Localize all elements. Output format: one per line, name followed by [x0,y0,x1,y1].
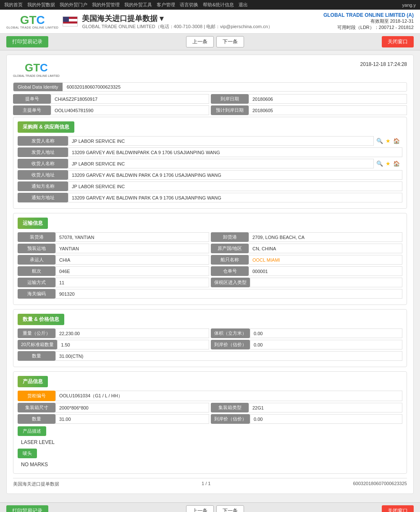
nav-trade-data[interactable]: 我的外贸数据 [27,2,55,7]
shipper-star-icon[interactable]: ★ [385,138,391,144]
master-bill-value: OOLU4045781590 [51,105,209,115]
teu20-label: 20尺标准箱数量 [18,340,57,349]
est-arrival-field: 预计到岸日期 20180605 [211,105,407,115]
logo: GTC GLOBAL TRADE ONLINE LIMITED [6,14,58,29]
prev-button-top[interactable]: 上一条 [186,36,214,47]
print-button-top[interactable]: 打印贸易记录 [6,36,48,47]
weight-row: 重量（公斤） 22,230.00 体积（立方米） 0.00 [18,328,402,338]
nav-language[interactable]: 语言切换 [180,2,198,7]
top-nav-user: yang.y [402,3,416,8]
notify-addr-field: 通知方地址 13209 GARVEY AVE BALDWIN PARK CA 9… [18,193,402,202]
nav-logout[interactable]: 退出 [239,2,248,7]
shipper-search-icon[interactable]: 🔍 [376,138,383,144]
shipper-icons: 🔍 ★ 🏠 [374,136,402,146]
arrival-date-label: 到岸日期 [211,94,249,104]
product-arrival-price-label: 到岸价（估价） [211,414,250,424]
consignee-name-value: JP LABOR SERVICE INC [68,159,374,168]
transport-mode-value: 11 [55,278,209,287]
shipper-name-value: JP LABOR SERVICE INC [68,136,374,146]
header-right: GLOBAL TRADE ONLINE LIMITED (A) 有效期至 201… [323,12,414,31]
page-title-text: 美国海关进口提单数据 [82,13,158,24]
close-button-top[interactable]: 关闭窗口 [382,36,414,47]
product-qty-row: 数量 31.00 到岸价（估价） 0.00 [18,414,402,424]
doc-logo-c: C [40,61,48,74]
customs-code-field: 海关编码 901320 [18,289,402,299]
bill-no-field: 提单号 CHIASZ2F18050917 [13,94,209,104]
voyage-row: 航次 046E 仓单号 000001 [18,266,402,276]
consignee-search-icon[interactable]: 🔍 [376,160,383,167]
doc-logo-t: T [33,61,40,74]
logo-g: G [20,13,29,26]
transport-mode-row: 运输方式 11 保税区进入类型 [18,278,402,287]
nav-help[interactable]: 帮助&统计信息 [203,2,234,7]
doc-footer-source: 美国海关进口提单数据 [13,481,59,487]
notify-name-label: 通知方名称 [18,181,68,191]
dest-port-value: 2709, LONG BEACH, CA [249,232,402,242]
qty-price-section: 数量 & 价格信息 重量（公斤） 22,230.00 体积（立方米） 0.00 … [13,309,407,367]
container-no-label: 货柜编号 [18,391,55,401]
quantity-field: 数量 31.00(CTN) [18,351,402,361]
consignee-addr-value: 13209 GARVEY AVE BALDWIN PARK CA 9 1706 … [68,170,402,180]
nav-customers[interactable]: 客户管理 [157,2,175,7]
warehouse-value: 000001 [249,266,402,276]
doc-logo-g: G [25,61,33,74]
doc-footer-page: 1 / 1 [202,481,210,487]
vessel-label: 船只名称 [211,255,249,265]
product-arrival-price-field: 到岸价（估价） 0.00 [211,414,402,424]
volume-value: 0.00 [250,328,402,338]
origin-country-label: 原产国/地区 [211,244,249,253]
consignee-icons: 🔍 ★ 🏠 [374,159,402,168]
quantity-value: 31.00(CTN) [55,351,402,361]
ldr: 可用时段（LDR）：200712 - 201812 [323,24,414,31]
prev-button-bottom[interactable]: 上一条 [186,505,214,512]
company-name: GLOBAL TRADE ONLINE LIMITED (A) [323,12,414,18]
consignee-star-icon[interactable]: ★ [385,160,391,167]
nav-portal[interactable]: 我的外贸门户 [60,2,87,7]
validity: 有效期至 2018-12-31 [323,18,414,24]
product-qty-value: 31.00 [55,414,209,424]
buyer-supplier-header: 采购商 & 供应商信息 [18,121,74,133]
marks-value: NO MARKS [18,460,402,469]
container-no-field: 货柜编号 OOLU1061034（G1 / L / HH） [18,391,402,401]
master-bill-label: 主提单号 [13,105,51,115]
est-arrival-value: 20180605 [249,105,407,115]
nav-management[interactable]: 我的外贸管理 [92,2,120,7]
next-button-top[interactable]: 下一条 [216,36,244,47]
volume-field: 体积（立方米） 0.00 [211,328,402,338]
bill-no-label: 提单号 [13,94,51,104]
next-button-bottom[interactable]: 下一条 [216,505,244,512]
nav-tools[interactable]: 我的外贸工具 [124,2,152,7]
carrier-label: 承运人 [18,255,55,265]
product-desc-label: 产品描述 [18,426,46,436]
transport-header: 运输信息 [18,218,48,229]
master-bill-field: 主提单号 OOLU4045781590 [13,105,209,115]
pre-load-value: YANTIAN [55,244,209,253]
pre-load-field: 预装运地 YANTIAN [18,244,209,253]
product-qty-field: 数量 31.00 [18,414,209,424]
vessel-value: OOCL MIAMI [249,255,402,265]
doc-logo: GTC GLOBAL TRADE ONLINE LIMITED [13,61,60,77]
consignee-home-icon[interactable]: 🏠 [393,160,400,167]
nav-home[interactable]: 我的首页 [4,2,23,7]
bottom-action-bar: 打印贸易记录 上一条 下一条 关闭窗口 [0,502,420,512]
flag [63,16,78,26]
doc-header: GTC GLOBAL TRADE ONLINE LIMITED 2018-12-… [13,61,407,77]
arrival-price-label: 到岸价（估价） [211,340,250,349]
est-arrival-label: 预计到岸日期 [211,105,249,115]
product-arrival-price-value: 0.00 [250,414,402,424]
load-port-label: 装货港 [18,232,55,242]
page-title: 美国海关进口提单数据 ▾ [82,13,273,24]
consignee-name-field: 收货人名称 JP LABOR SERVICE INC 🔍 ★ 🏠 [18,159,402,168]
ftz-label: 保税区进入类型 [211,278,250,287]
arrival-date-field: 到岸日期 20180606 [211,94,407,104]
shipper-name-field: 发货人名称 JP LABOR SERVICE INC 🔍 ★ 🏠 [18,136,402,146]
doc-footer-id: 600320180607000623325 [353,481,407,487]
print-button-bottom[interactable]: 打印贸易记录 [6,505,48,512]
ftz-value [250,278,402,287]
notify-name-value: JP LABOR SERVICE INC [68,181,402,191]
notify-name-field: 通知方名称 JP LABOR SERVICE INC [18,181,402,191]
consignee-addr-label: 收货人地址 [18,170,68,180]
shipper-home-icon[interactable]: 🏠 [393,138,400,144]
page-title-dropdown[interactable]: ▾ [160,14,163,23]
close-button-bottom[interactable]: 关闭窗口 [382,505,414,512]
